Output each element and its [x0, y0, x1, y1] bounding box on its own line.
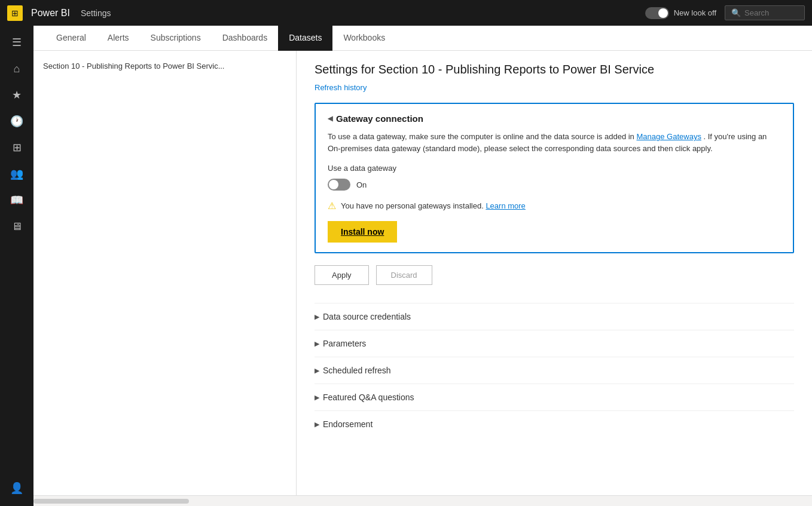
- sidebar-item-home[interactable]: ⌂: [2, 57, 31, 81]
- recent-icon: 🕐: [10, 115, 23, 128]
- data-source-credentials-section[interactable]: ▶ Data source credentials: [315, 303, 794, 330]
- collapsible-chevron-icon: ▶: [315, 394, 319, 401]
- settings-label: Settings: [81, 8, 111, 18]
- sidebar-item-apps[interactable]: ⊞: [2, 136, 31, 160]
- warning-icon: ⚠: [328, 200, 336, 211]
- collapsible-chevron-icon: ▶: [315, 340, 319, 348]
- new-look-toggle-group: New look off: [645, 7, 716, 19]
- collapsible-chevron-icon: ▶: [315, 367, 319, 375]
- collapsible-chevron-icon: ▶: [315, 313, 319, 321]
- search-box[interactable]: 🔍: [725, 5, 805, 20]
- sidebar: ☰ ⌂ ★ 🕐 ⊞ 👥 📖 🖥 👤: [0, 26, 33, 506]
- warning-text: You have no personal gateways installed.…: [341, 201, 526, 210]
- settings-panel: Settings for Section 10 - Publishing Rep…: [297, 51, 812, 495]
- tab-subscriptions[interactable]: Subscriptions: [140, 26, 212, 51]
- sidebar-item-hamburger[interactable]: ☰: [2, 30, 31, 54]
- featured-qa-section[interactable]: ▶ Featured Q&A questions: [315, 384, 794, 410]
- action-row: Apply Discard: [315, 265, 794, 285]
- grid-icon: ⊞: [11, 8, 19, 18]
- settings-title: Settings for Section 10 - Publishing Rep…: [315, 63, 794, 76]
- refresh-history-link[interactable]: Refresh history: [315, 83, 367, 92]
- shared-icon: 👥: [10, 167, 23, 180]
- tab-datasets[interactable]: Datasets: [278, 26, 332, 51]
- home-icon: ⌂: [14, 63, 20, 75]
- learn-icon: 📖: [10, 194, 23, 207]
- tab-workbooks[interactable]: Workbooks: [332, 26, 396, 51]
- toggle-row: On: [328, 179, 781, 191]
- main-content: General Alerts Subscriptions Dashboards …: [33, 26, 812, 506]
- tab-alerts[interactable]: Alerts: [97, 26, 140, 51]
- sidebar-item-shared[interactable]: 👥: [2, 162, 31, 186]
- search-icon: 🔍: [731, 8, 741, 17]
- gateway-connection-box: ◀ Gateway connection To use a data gatew…: [315, 103, 794, 253]
- search-input[interactable]: [744, 8, 798, 17]
- bottom-scrollbar: [33, 495, 812, 506]
- gateway-heading: Gateway connection: [336, 114, 423, 124]
- new-look-toggle[interactable]: [645, 7, 669, 19]
- sidebar-item-workspaces[interactable]: 🖥: [2, 214, 31, 238]
- topbar: ⊞ Power BI Settings New look off 🔍: [0, 0, 812, 26]
- scrollbar-thumb[interactable]: [33, 499, 189, 504]
- warning-row: ⚠ You have no personal gateways installe…: [328, 200, 781, 211]
- tab-dashboards[interactable]: Dashboards: [212, 26, 279, 51]
- discard-button[interactable]: Discard: [376, 265, 432, 285]
- sidebar-item-favorites[interactable]: ★: [2, 83, 31, 107]
- learn-more-link[interactable]: Learn more: [486, 201, 525, 210]
- manage-gateways-link[interactable]: Manage Gateways: [636, 132, 701, 141]
- sidebar-item-profile[interactable]: 👤: [2, 476, 31, 500]
- app-title: Power BI: [31, 8, 70, 19]
- profile-icon: 👤: [10, 482, 23, 495]
- hamburger-icon: ☰: [12, 36, 22, 49]
- content-wrapper: Section 10 - Publishing Reports to Power…: [33, 51, 812, 495]
- new-look-label: New look off: [674, 8, 716, 17]
- scheduled-refresh-section[interactable]: ▶ Scheduled refresh: [315, 357, 794, 384]
- tabs-bar: General Alerts Subscriptions Dashboards …: [33, 26, 812, 51]
- parameters-section[interactable]: ▶ Parameters: [315, 330, 794, 357]
- topbar-right: New look off 🔍: [645, 5, 805, 20]
- install-now-button[interactable]: Install now: [328, 221, 397, 243]
- apps-icon: ⊞: [13, 141, 22, 154]
- collapsible-chevron-icon: ▶: [315, 421, 319, 428]
- workspaces-icon: 🖥: [11, 220, 22, 233]
- dataset-list: Section 10 - Publishing Reports to Power…: [33, 51, 297, 495]
- endorsement-section[interactable]: ▶ Endorsement: [315, 410, 794, 437]
- tab-general[interactable]: General: [45, 26, 97, 51]
- collapse-icon[interactable]: ◀: [328, 115, 332, 122]
- gateway-desc: To use a data gateway, make sure the com…: [328, 131, 781, 154]
- sidebar-item-learn[interactable]: 📖: [2, 188, 31, 212]
- app-grid-button[interactable]: ⊞: [7, 5, 23, 21]
- apply-button[interactable]: Apply: [315, 265, 369, 285]
- use-gateway-label: Use a data gateway: [328, 164, 781, 173]
- sidebar-item-recent[interactable]: 🕐: [2, 109, 31, 133]
- gateway-header: ◀ Gateway connection: [328, 114, 781, 124]
- toggle-on-label: On: [356, 180, 367, 189]
- gateway-toggle[interactable]: [328, 179, 350, 191]
- favorites-icon: ★: [12, 88, 22, 102]
- dataset-list-item[interactable]: Section 10 - Publishing Reports to Power…: [33, 56, 296, 76]
